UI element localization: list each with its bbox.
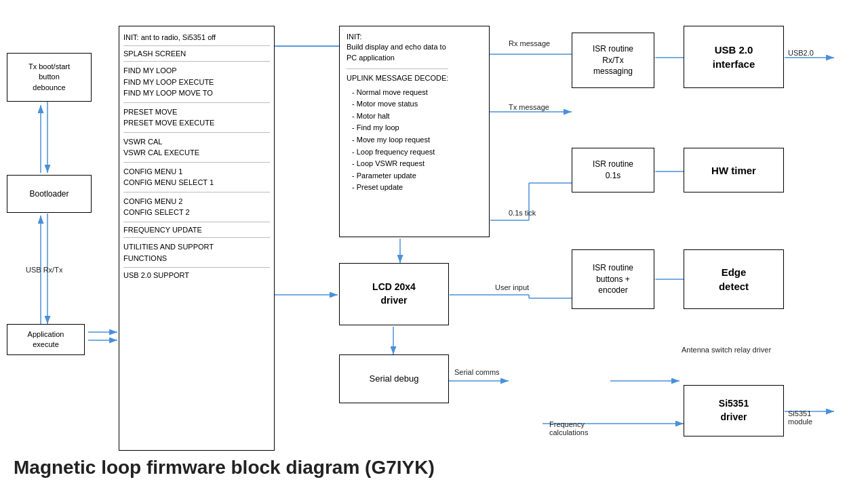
edge-detect-box: Edge detect [684, 249, 784, 309]
ul-item-9: - Preset update [352, 182, 448, 194]
uplink-decode: UPLINK MESSAGE DECODE: - Normal move req… [347, 68, 448, 194]
main-loop-box: INIT:Build display and echo data toPC ap… [339, 26, 490, 237]
si5351-module-label: Si5351 module [788, 401, 812, 426]
sm-line-3: FIND MY LOOPFIND MY LOOP EXECUTEFIND MY … [123, 62, 270, 103]
sm-line-1: INIT: ant to radio, Si5351 off [123, 30, 270, 46]
diagram-area: Tx boot/start button debounce Bootloader… [0, 0, 868, 447]
isr-01s-box: ISR routine 0.1s [572, 148, 654, 192]
isr-rxtx-box: ISR routine Rx/Tx messaging [572, 33, 654, 88]
tick-01s-label: 0.1s tick [509, 209, 536, 217]
hw-timer-box: HW timer [684, 148, 784, 192]
sm-line-8: FREQUENCY UPDATE [123, 222, 270, 239]
serial-debug-box: Serial debug [339, 354, 449, 403]
usb2-label: USB2.0 [788, 49, 814, 57]
ul-item-5: - Move my loop request [352, 134, 448, 146]
sm-line-5: VSWR CALVSWR CAL EXECUTE [123, 133, 270, 163]
main-loop-content: INIT:Build display and echo data toPC ap… [347, 32, 448, 194]
ul-item-6: - Loop frequency request [352, 146, 448, 159]
sm-line-9: UTILITIES AND SUPPORTFUNCTIONS [123, 238, 270, 268]
isr-buttons-box: ISR routine buttons + encoder [572, 249, 654, 309]
sm-line-7: CONFIG MENU 2CONFIG SELECT 2 [123, 192, 270, 222]
bootloader-box: Bootloader [7, 175, 92, 213]
ul-item-1: - Normal move request [352, 87, 448, 99]
si5351-box: Si5351 driver [684, 385, 784, 436]
ul-item-4: - Find my loop [352, 122, 448, 134]
serial-comms-label: Serial comms [454, 368, 500, 376]
ul-item-7: - Loop VSWR request [352, 158, 448, 170]
user-input-label: User input [495, 283, 529, 291]
app-execute-box: Application execute [7, 324, 85, 355]
sm-line-2: SPLASH SCREEN [123, 46, 270, 62]
rx-message-label: Rx message [509, 39, 550, 47]
diagram-title: Magnetic loop firmware block diagram (G7… [14, 457, 435, 479]
state-machine-content: INIT: ant to radio, Si5351 off SPLASH SC… [123, 30, 270, 283]
sm-line-10: USB 2.0 SUPPORT [123, 268, 270, 283]
ul-item-2: - Motor move status [352, 98, 448, 110]
usb-interface-box: USB 2.0 interface [684, 26, 784, 88]
init-text: INIT:Build display and echo data toPC ap… [347, 32, 448, 63]
freq-calc-label: Frequency calculations [549, 412, 588, 436]
sm-line-4: PRESET MOVEPRESET MOVE EXECUTE [123, 103, 270, 133]
title-bar: Magnetic loop firmware block diagram (G7… [0, 447, 868, 488]
tx-message-label: Tx message [509, 103, 549, 111]
lcd-driver-box: LCD 20x4 driver [339, 263, 449, 325]
usb-rxtx-label: USB Rx/Tx [26, 266, 62, 274]
sm-line-6: CONFIG MENU 1CONFIG MENU SELECT 1 [123, 163, 270, 192]
ul-item-3: - Motor halt [352, 110, 448, 123]
antenna-relay-label: Antenna switch relay driver [682, 346, 771, 354]
ul-item-8: - Parameter update [352, 170, 448, 182]
tx-button-box: Tx boot/start button debounce [7, 53, 92, 102]
